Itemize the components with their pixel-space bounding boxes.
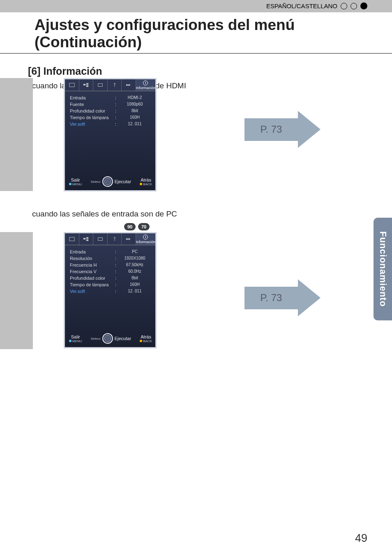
svg-rect-11 <box>86 239 88 241</box>
svg-rect-12 <box>98 238 103 241</box>
svg-rect-4 <box>98 84 103 87</box>
menu-body: Entrada:HDMI-2 Fuente:1080p60 Profundida… <box>65 91 155 130</box>
page-dot-2 <box>350 3 357 9</box>
page-dot-3-current <box>360 2 367 9</box>
info-menu-pc: i Información Entrada:PC Resolución:1920… <box>64 232 157 348</box>
info-row: Ver.soft:12. 011 <box>70 289 151 294</box>
info-icon: i <box>143 235 148 239</box>
model-badges: 90 70 <box>124 223 150 230</box>
pc-subtitle: cuando las señales de entrada son de PC <box>32 209 177 219</box>
badge-70: 70 <box>138 223 150 230</box>
nav-knob-icon <box>102 176 113 187</box>
svg-rect-14 <box>128 238 129 240</box>
svg-rect-8 <box>69 237 74 241</box>
tab-icon-3 <box>93 79 108 91</box>
footer-center: Selecc Ejecutar <box>91 333 131 344</box>
info-row: Entrada:HDMI-2 <box>70 95 151 100</box>
tab-icon-4 <box>108 79 122 91</box>
footer-exit: Salir MENU <box>69 177 82 186</box>
left-grey-strip-2 <box>0 232 33 349</box>
info-menu-hdmi: i Información Entrada:HDMI-2 Fuente:1080… <box>64 78 157 191</box>
info-row: Profundidad color:8bit <box>70 276 151 281</box>
tab-icon-4 <box>108 233 122 245</box>
language-label: ESPAÑOL/CASTELLANO <box>266 2 337 9</box>
tab-icon-1 <box>65 233 79 245</box>
page-ref-arrow-2: P. 73 <box>244 279 321 316</box>
section-heading: [6] Información <box>28 65 392 77</box>
badge-90: 90 <box>124 223 136 230</box>
side-section-tab: Funcionamiento <box>374 218 392 320</box>
svg-rect-0 <box>69 83 74 87</box>
tab-info-label: Información <box>136 86 155 90</box>
arrow-label: P. 73 <box>244 287 298 309</box>
footer-back: Atrás BACK <box>140 177 152 186</box>
footer-exit: Salir MENU <box>69 334 82 343</box>
svg-rect-5 <box>126 84 127 86</box>
tab-icon-2 <box>79 233 94 245</box>
page-ref-arrow-1: P. 73 <box>244 111 321 148</box>
tab-icon-2 <box>79 79 94 91</box>
tab-icon-5 <box>122 233 136 245</box>
info-row: Ver.soft:12. 011 <box>70 122 151 127</box>
svg-rect-10 <box>86 237 88 239</box>
svg-rect-13 <box>126 238 127 240</box>
nav-knob-icon <box>102 333 113 344</box>
menu-tabs: i Información <box>65 233 155 245</box>
svg-rect-9 <box>83 238 85 239</box>
side-tab-label: Funcionamiento <box>378 231 388 307</box>
menu-body: Entrada:PC Resolución:1920X1080 Frecuenc… <box>65 245 155 297</box>
arrow-head-icon <box>298 111 321 148</box>
svg-rect-1 <box>83 84 85 85</box>
tab-icon-3 <box>93 233 108 245</box>
info-row: Profundidad color:8bit <box>70 108 151 113</box>
tab-icon-5 <box>122 79 136 91</box>
svg-rect-2 <box>86 83 88 85</box>
info-row: Tiempo de lámpara:160H <box>70 115 151 120</box>
menu-tabs: i Información <box>65 79 155 91</box>
footer-back: Atrás BACK <box>140 334 152 343</box>
footer-center: Selecc Ejecutar <box>91 176 131 187</box>
svg-rect-15 <box>129 238 130 240</box>
tab-info-active: i Información <box>136 79 155 91</box>
tab-info-label: Información <box>136 240 155 244</box>
svg-rect-7 <box>129 84 130 86</box>
page-dot-1 <box>341 3 347 9</box>
page-number: 49 <box>355 532 367 545</box>
info-row: Tiempo de lámpara:160H <box>70 282 151 287</box>
tab-icon-1 <box>65 79 79 91</box>
info-row: Frecuencia H:67.50kHz <box>70 262 151 267</box>
left-grey-strip-1 <box>0 78 33 191</box>
menu-footer: Salir MENU Selecc Ejecutar Atrás BACK <box>65 331 155 346</box>
title-rule <box>0 53 392 54</box>
arrow-head-icon <box>298 279 321 316</box>
info-row: Fuente:1080p60 <box>70 102 151 107</box>
page-title: Ajustes y configuraciones del menú (Cont… <box>35 16 392 51</box>
arrow-label: P. 73 <box>244 118 298 141</box>
info-row: Entrada:PC <box>70 249 151 254</box>
tab-info-active: i Información <box>136 233 155 245</box>
info-row: Resolución:1920X1080 <box>70 256 151 261</box>
info-icon: i <box>143 81 148 85</box>
svg-rect-6 <box>128 84 129 86</box>
language-indicator: ESPAÑOL/CASTELLANO <box>266 2 367 9</box>
svg-rect-3 <box>86 85 88 87</box>
info-row: Frecuencia V:60.0Hz <box>70 269 151 274</box>
menu-footer: Salir MENU Selecc Ejecutar Atrás BACK <box>65 175 155 189</box>
